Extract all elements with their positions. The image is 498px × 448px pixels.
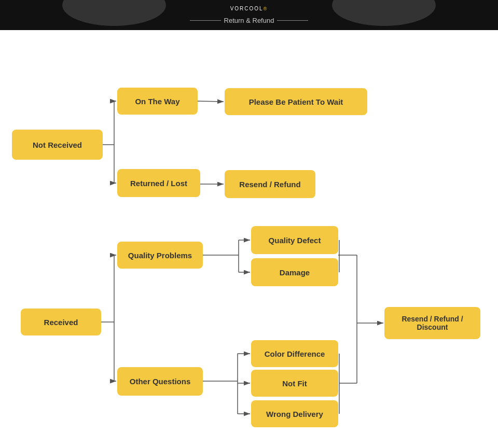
brand-name: VORCOOL® <box>230 6 268 16</box>
node-color-difference: Color Difference <box>251 340 338 367</box>
node-please-be-patient: Please Be Patient To Wait <box>225 88 367 115</box>
node-wrong-delivery: Wrong Delivery <box>251 400 338 427</box>
node-received: Received <box>21 309 101 335</box>
node-quality-problems: Quality Problems <box>117 242 203 269</box>
node-returned-lost: Returned / Lost <box>117 169 200 197</box>
svg-line-5 <box>198 101 224 102</box>
node-not-received: Not Received <box>12 130 103 160</box>
node-not-fit: Not Fit <box>251 370 338 397</box>
node-damage: Damage <box>251 258 338 286</box>
header: VORCOOL® Return & Refund <box>0 0 498 30</box>
node-quality-defect: Quality Defect <box>251 226 338 254</box>
node-resend-refund-discount: Resend / Refund / Discount <box>384 307 480 339</box>
main-content: Not Received On The Way Please Be Patien… <box>0 30 498 448</box>
node-resend-refund: Resend / Refund <box>225 170 315 198</box>
node-on-the-way: On The Way <box>117 88 198 115</box>
node-other-questions: Other Questions <box>117 367 203 396</box>
header-subtitle: Return & Refund <box>224 17 274 24</box>
